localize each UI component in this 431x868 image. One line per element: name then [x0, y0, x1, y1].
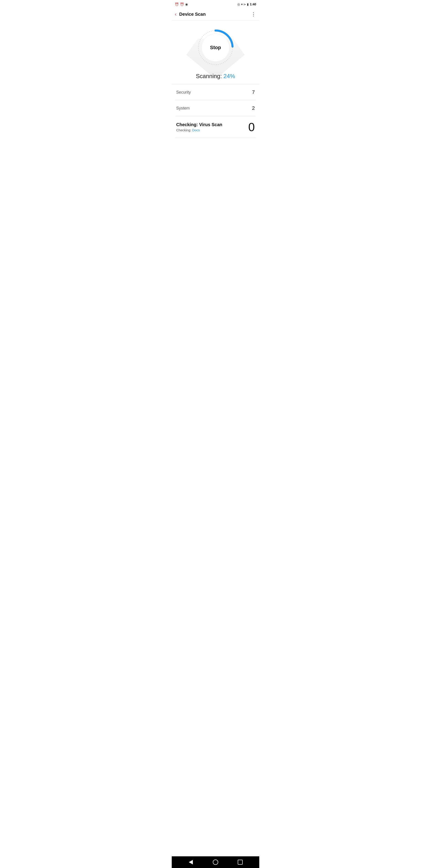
more-options-button[interactable]: ⋮ — [249, 11, 256, 18]
system-row: System 2 — [175, 100, 256, 116]
wifi-icon: ▾ — [241, 2, 243, 6]
nav-back-button[interactable] — [187, 859, 194, 866]
back-button[interactable]: ‹ — [175, 10, 178, 18]
virus-scan-row: Checking: Virus Scan Checking: Docs 0 — [175, 116, 256, 138]
page-title: Device Scan — [179, 12, 249, 17]
virus-scan-title: Checking: Virus Scan — [176, 122, 222, 127]
status-time: 1:40 — [250, 2, 256, 6]
virus-docs-link[interactable]: Docs — [192, 128, 200, 132]
scanning-label: Scanning: — [196, 73, 223, 80]
virus-checking-label: Checking: — [176, 128, 192, 132]
alarm1-icon: ⏰ — [175, 2, 179, 6]
security-label: Security — [176, 90, 191, 95]
security-row: Security 7 — [175, 84, 256, 100]
status-bar: ⏰ ⏰ ◉ ◎ ▾ ▷ ▮ 1:40 — [172, 0, 259, 8]
nav-recent-button[interactable] — [237, 859, 244, 866]
virus-scan-left: Checking: Virus Scan Checking: Docs — [176, 122, 222, 132]
circle-icon: ◉ — [185, 2, 188, 6]
alarm2-icon: ⏰ — [180, 2, 184, 6]
system-label: System — [176, 106, 190, 111]
status-icons-right: ◎ ▾ ▷ ▮ 1:40 — [237, 2, 256, 6]
scanning-percent: 24% — [223, 73, 235, 80]
content-spacer — [172, 497, 259, 856]
system-value: 2 — [252, 105, 255, 111]
nav-home-button[interactable] — [212, 859, 219, 866]
circular-progress: Stop — [195, 27, 236, 68]
virus-scan-value: 0 — [248, 121, 255, 133]
scan-area: Stop Scanning: 24% — [172, 21, 259, 84]
app-bar: ‹ Device Scan ⋮ — [172, 8, 259, 21]
scanning-status: Scanning: 24% — [196, 73, 235, 80]
signal-off-icon: ▷ — [244, 3, 246, 6]
virus-scan-subtitle: Checking: Docs — [176, 128, 222, 132]
camera-icon: ◎ — [237, 2, 240, 6]
bottom-nav — [172, 856, 259, 868]
scan-results: Security 7 System 2 Checking: Virus Scan… — [172, 84, 259, 497]
security-value: 7 — [252, 89, 255, 95]
battery-icon: ▮ — [247, 2, 249, 6]
stop-button[interactable]: Stop — [210, 45, 221, 51]
status-icons-left: ⏰ ⏰ ◉ — [175, 2, 188, 6]
